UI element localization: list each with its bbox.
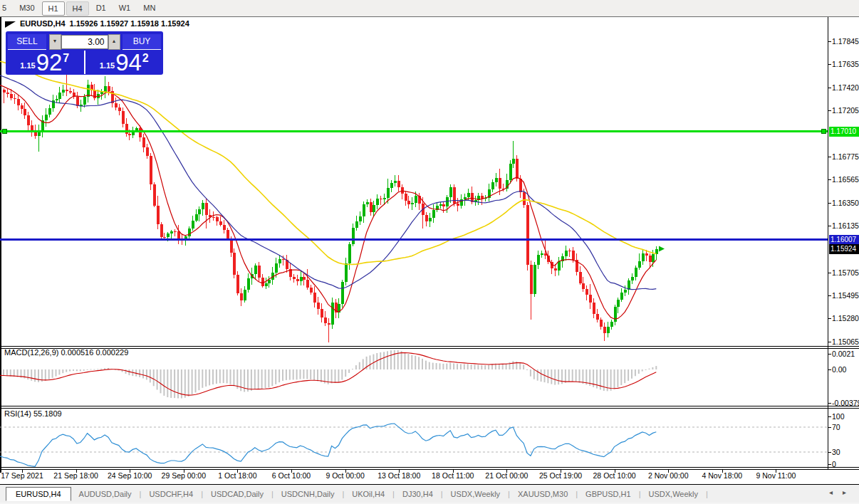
chart-tab-USDX,Weekly[interactable]: USDX,Weekly bbox=[443, 488, 508, 500]
price-tick-label: 1.16135 bbox=[832, 221, 859, 230]
chart-tab-USDCHF,H4[interactable]: USDCHF,H4 bbox=[141, 488, 201, 500]
price-tick-dash bbox=[828, 203, 831, 204]
macd-tick-label: -0.003798 bbox=[832, 399, 859, 407]
price-tag-1.16007[interactable]: 1.16007 bbox=[829, 235, 859, 245]
date-label: 24 Sep 10:00 bbox=[108, 471, 152, 480]
tab-scroll-left-icon[interactable]: ◂ bbox=[829, 488, 833, 496]
chart-tab-XAUUSD,M30[interactable]: XAUUSD,M30 bbox=[510, 488, 576, 500]
chart-tab-DJ30,H4[interactable]: DJ30,H4 bbox=[395, 488, 441, 500]
date-label: 17 Sep 2021 bbox=[1, 471, 43, 480]
buy-price-big: 94 bbox=[115, 51, 142, 74]
timeframe-button-D1[interactable]: D1 bbox=[90, 1, 112, 16]
sell-price-small: 1.15 bbox=[20, 61, 35, 74]
panel-frames bbox=[0, 17, 859, 473]
timeframe-button-M30[interactable]: M30 bbox=[14, 1, 40, 16]
buy-price[interactable]: 1.15 94 2 bbox=[84, 51, 164, 74]
tab-scroll-right-icon[interactable]: ▸ bbox=[843, 488, 846, 496]
macd-tick-label: 0.0021 bbox=[832, 350, 855, 358]
date-label: 29 Sep 00:00 bbox=[162, 471, 206, 480]
buy-price-small: 1.15 bbox=[100, 61, 115, 74]
chart-tab-USDCAD,Daily[interactable]: USDCAD,Daily bbox=[203, 488, 271, 500]
buy-button[interactable]: BUY bbox=[123, 34, 161, 50]
rsi-tick-dash bbox=[828, 427, 831, 428]
chart-symbol-period: EURUSD,H4 bbox=[20, 19, 66, 28]
buy-price-sup: 2 bbox=[142, 52, 149, 74]
chart-tab-AUDUSD,Daily[interactable]: AUDUSD,Daily bbox=[71, 488, 140, 500]
ma-lines bbox=[0, 61, 656, 319]
chart-tabs: EURUSD,H4AUDUSD,Daily|USDCHF,H4|USDCAD,D… bbox=[0, 487, 708, 501]
timeframe-button-H4[interactable]: H4 bbox=[66, 1, 89, 16]
date-label: 9 Nov 11:00 bbox=[756, 471, 796, 480]
rsi-tick-label: 100 bbox=[832, 412, 845, 421]
date-label: 9 Oct 00:00 bbox=[326, 471, 364, 480]
volume-decrease-icon[interactable]: ▾ bbox=[49, 34, 61, 50]
rsi-label: RSI(14) 55.1809 bbox=[4, 409, 62, 418]
price-tick-dash bbox=[828, 157, 831, 157]
chart-tab-EURUSD,H4[interactable]: EURUSD,H4 bbox=[6, 487, 71, 501]
price-tick-dash bbox=[828, 179, 831, 180]
macd-pane bbox=[0, 350, 657, 399]
timeframe-toolbar: 5M30H1H4D1W1MN bbox=[0, 0, 859, 17]
price-tick-dash bbox=[828, 342, 831, 342]
sell-price-sup: 7 bbox=[63, 52, 69, 74]
sell-price[interactable]: 1.15 92 7 bbox=[6, 51, 84, 74]
trade-panel-prices: 1.15 92 7 1.15 94 2 bbox=[6, 51, 163, 74]
macd-tick-dash bbox=[828, 354, 831, 355]
date-label: 1 Oct 18:00 bbox=[218, 471, 256, 480]
price-tick-dash bbox=[828, 110, 831, 111]
macd-tick-dash bbox=[828, 403, 831, 404]
price-tick-label: 1.16350 bbox=[832, 199, 859, 207]
sell-button[interactable]: SELL bbox=[8, 34, 46, 50]
chart-canvas[interactable] bbox=[0, 17, 859, 476]
chart-tab-USDX,Weekly[interactable]: USDX,Weekly bbox=[641, 488, 706, 500]
rsi-tick-label: 0 bbox=[832, 460, 836, 468]
volume-increase-icon[interactable]: ▴ bbox=[108, 34, 120, 50]
price-tick-label: 1.17205 bbox=[832, 106, 859, 115]
macd-tick-label: 0.00 bbox=[832, 365, 846, 374]
rsi-tick-dash bbox=[828, 452, 831, 453]
date-label: 2 Nov 00:00 bbox=[648, 471, 689, 480]
rsi-pane bbox=[0, 424, 828, 466]
price-tick-dash bbox=[828, 64, 831, 65]
price-tick-dash bbox=[828, 318, 831, 319]
timeframe-button-W1[interactable]: W1 bbox=[113, 1, 137, 16]
date-label: 4 Nov 18:00 bbox=[702, 471, 742, 480]
trade-panel-controls: SELL ▾ ▴ BUY bbox=[6, 31, 163, 51]
price-tick-label: 1.15495 bbox=[832, 291, 859, 300]
chart-tab-UKOil,H4[interactable]: UKOil,H4 bbox=[344, 488, 392, 500]
price-tag-1.17010[interactable]: 1.17010 bbox=[829, 127, 859, 137]
price-tick-dash bbox=[828, 41, 831, 42]
timeframe-button-MN[interactable]: MN bbox=[137, 1, 161, 16]
timeframe-button-H1[interactable]: H1 bbox=[42, 1, 65, 16]
timeframe-button-5[interactable]: 5 bbox=[0, 1, 12, 16]
candlesticks bbox=[3, 73, 658, 342]
price-tick-label: 1.17420 bbox=[832, 83, 859, 92]
tab-scroll-arrows: ◂ ▸ bbox=[829, 488, 846, 496]
hline-objects[interactable] bbox=[0, 130, 828, 240]
price-tick-label: 1.15280 bbox=[832, 314, 859, 322]
price-tick-dash bbox=[828, 273, 831, 273]
rsi-tick-label: 30 bbox=[832, 448, 840, 456]
price-tag-1.15924[interactable]: 1.15924 bbox=[829, 244, 859, 254]
price-tick-dash bbox=[828, 88, 831, 88]
date-label: 13 Oct 18:00 bbox=[378, 471, 420, 480]
date-label: 18 Oct 11:00 bbox=[432, 471, 474, 480]
price-tick-label: 1.15065 bbox=[832, 337, 859, 346]
last-price-marker bbox=[659, 246, 665, 252]
rsi-tick-dash bbox=[828, 464, 831, 465]
date-label: 21 Oct 00:00 bbox=[485, 471, 528, 480]
macd-label: MACD(12,26,9) 0.000516 0.000229 bbox=[4, 348, 128, 357]
chart-tab-USDCNH,Daily[interactable]: USDCNH,Daily bbox=[274, 488, 343, 500]
one-click-trade-panel: SELL ▾ ▴ BUY 1.15 92 7 1.15 94 2 bbox=[6, 31, 163, 75]
mt4-window: 5M30H1H4D1W1MN EURUSD,H4 1.15926 1.15927… bbox=[0, 0, 859, 504]
date-label: 25 Oct 19:00 bbox=[539, 471, 582, 480]
tab-separator: | bbox=[706, 490, 708, 498]
price-tick-label: 1.15705 bbox=[832, 268, 859, 277]
rsi-tick-label: 70 bbox=[832, 423, 840, 431]
volume-input[interactable] bbox=[61, 35, 108, 49]
chart-tab-bar: EURUSD,H4AUDUSD,Daily|USDCHF,H4|USDCAD,D… bbox=[0, 484, 859, 503]
volume-stepper: ▾ ▴ bbox=[49, 34, 120, 50]
price-tick-label: 1.17845 bbox=[832, 37, 859, 46]
chart-tab-GBPUSD,H1[interactable]: GBPUSD,H1 bbox=[578, 488, 639, 500]
timeframe-buttons: 5M30H1H4D1W1MN bbox=[0, 1, 162, 16]
